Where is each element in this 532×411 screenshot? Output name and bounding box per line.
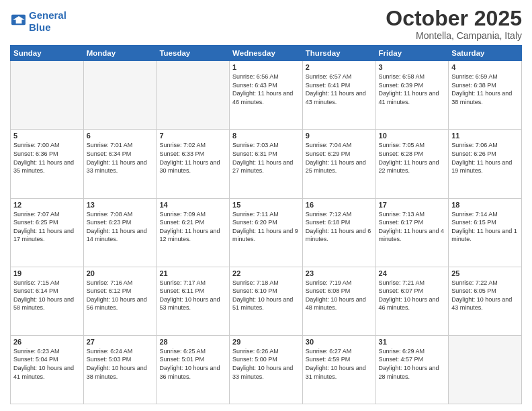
day-number: 15	[232, 201, 300, 209]
day-info: Sunrise: 7:06 AM Sunset: 6:26 PM Dayligh…	[451, 141, 519, 175]
calendar-cell: 24Sunrise: 7:21 AM Sunset: 6:07 PM Dayli…	[375, 267, 449, 335]
day-number: 6	[87, 132, 154, 140]
calendar-week-1: 1Sunrise: 6:56 AM Sunset: 6:43 PM Daylig…	[11, 61, 522, 130]
day-number: 31	[379, 338, 446, 346]
day-info: Sunrise: 7:03 AM Sunset: 6:31 PM Dayligh…	[232, 141, 300, 175]
header: General Blue October 2025 Montella, Camp…	[10, 7, 522, 41]
day-info: Sunrise: 6:26 AM Sunset: 5:00 PM Dayligh…	[232, 347, 300, 381]
day-number: 16	[306, 201, 373, 209]
day-number: 20	[87, 269, 154, 277]
day-info: Sunrise: 7:09 AM Sunset: 6:21 PM Dayligh…	[159, 210, 226, 244]
day-number: 7	[159, 132, 226, 140]
day-number: 12	[13, 201, 81, 209]
calendar-cell: 7Sunrise: 7:02 AM Sunset: 6:33 PM Daylig…	[157, 130, 230, 198]
day-number: 25	[451, 269, 519, 277]
calendar-cell: 31Sunrise: 6:29 AM Sunset: 4:57 PM Dayli…	[375, 335, 449, 404]
logo: General Blue	[10, 9, 66, 34]
calendar-cell	[83, 61, 157, 130]
calendar-cell: 15Sunrise: 7:11 AM Sunset: 6:20 PM Dayli…	[230, 198, 303, 267]
day-info: Sunrise: 7:07 AM Sunset: 6:25 PM Dayligh…	[13, 210, 81, 244]
day-number: 18	[451, 201, 519, 209]
day-number: 5	[13, 132, 81, 140]
day-number: 8	[232, 132, 300, 140]
day-info: Sunrise: 7:04 AM Sunset: 6:29 PM Dayligh…	[306, 141, 373, 175]
day-info: Sunrise: 7:18 AM Sunset: 6:10 PM Dayligh…	[232, 279, 300, 312]
day-info: Sunrise: 6:29 AM Sunset: 4:57 PM Dayligh…	[379, 347, 446, 381]
calendar-cell: 2Sunrise: 6:57 AM Sunset: 6:41 PM Daylig…	[302, 61, 375, 130]
calendar-cell: 26Sunrise: 6:23 AM Sunset: 5:04 PM Dayli…	[11, 335, 84, 404]
day-info: Sunrise: 7:02 AM Sunset: 6:33 PM Dayligh…	[159, 141, 226, 175]
calendar-cell: 9Sunrise: 7:04 AM Sunset: 6:29 PM Daylig…	[302, 130, 375, 198]
calendar-week-2: 5Sunrise: 7:00 AM Sunset: 6:36 PM Daylig…	[11, 130, 522, 198]
day-info: Sunrise: 6:59 AM Sunset: 6:38 PM Dayligh…	[451, 73, 519, 106]
calendar-header-row: Sunday Monday Tuesday Wednesday Thursday…	[11, 46, 522, 61]
logo-blue: Blue	[29, 21, 66, 34]
calendar-cell: 29Sunrise: 6:26 AM Sunset: 5:00 PM Dayli…	[230, 335, 303, 404]
day-number: 14	[159, 201, 226, 209]
calendar-cell: 5Sunrise: 7:00 AM Sunset: 6:36 PM Daylig…	[11, 130, 84, 198]
calendar-cell: 11Sunrise: 7:06 AM Sunset: 6:26 PM Dayli…	[449, 130, 522, 198]
calendar-cell: 18Sunrise: 7:14 AM Sunset: 6:15 PM Dayli…	[449, 198, 522, 267]
day-info: Sunrise: 6:57 AM Sunset: 6:41 PM Dayligh…	[306, 73, 373, 106]
day-info: Sunrise: 7:13 AM Sunset: 6:17 PM Dayligh…	[379, 210, 446, 244]
day-info: Sunrise: 7:16 AM Sunset: 6:12 PM Dayligh…	[87, 279, 154, 312]
day-info: Sunrise: 7:01 AM Sunset: 6:34 PM Dayligh…	[87, 141, 154, 175]
logo-icon	[11, 13, 26, 28]
header-saturday: Saturday	[449, 46, 522, 61]
day-number: 17	[379, 201, 446, 209]
day-info: Sunrise: 6:25 AM Sunset: 5:01 PM Dayligh…	[159, 347, 226, 381]
day-info: Sunrise: 7:08 AM Sunset: 6:23 PM Dayligh…	[87, 210, 154, 244]
calendar-cell: 12Sunrise: 7:07 AM Sunset: 6:25 PM Dayli…	[11, 198, 84, 267]
header-monday: Monday	[83, 46, 157, 61]
day-number: 4	[451, 63, 519, 71]
day-info: Sunrise: 7:05 AM Sunset: 6:28 PM Dayligh…	[379, 141, 446, 175]
day-number: 10	[379, 132, 446, 140]
calendar-week-3: 12Sunrise: 7:07 AM Sunset: 6:25 PM Dayli…	[11, 198, 522, 267]
calendar-cell: 28Sunrise: 6:25 AM Sunset: 5:01 PM Dayli…	[157, 335, 230, 404]
day-number: 13	[87, 201, 154, 209]
day-number: 24	[379, 269, 446, 277]
calendar-cell: 6Sunrise: 7:01 AM Sunset: 6:34 PM Daylig…	[83, 130, 157, 198]
day-number: 29	[232, 338, 300, 346]
calendar-cell: 14Sunrise: 7:09 AM Sunset: 6:21 PM Dayli…	[157, 198, 230, 267]
calendar-cell: 4Sunrise: 6:59 AM Sunset: 6:38 PM Daylig…	[449, 61, 522, 130]
day-number: 19	[13, 269, 81, 277]
day-info: Sunrise: 7:11 AM Sunset: 6:20 PM Dayligh…	[232, 210, 300, 244]
day-info: Sunrise: 7:12 AM Sunset: 6:18 PM Dayligh…	[306, 210, 373, 244]
calendar-title: October 2025	[386, 7, 522, 30]
calendar-cell: 17Sunrise: 7:13 AM Sunset: 6:17 PM Dayli…	[375, 198, 449, 267]
calendar-cell: 27Sunrise: 6:24 AM Sunset: 5:03 PM Dayli…	[83, 335, 157, 404]
header-tuesday: Tuesday	[157, 46, 230, 61]
calendar-cell: 25Sunrise: 7:22 AM Sunset: 6:05 PM Dayli…	[449, 267, 522, 335]
day-number: 23	[306, 269, 373, 277]
header-sunday: Sunday	[11, 46, 84, 61]
day-number: 9	[306, 132, 373, 140]
day-number: 11	[451, 132, 519, 140]
header-wednesday: Wednesday	[230, 46, 303, 61]
calendar-week-4: 19Sunrise: 7:15 AM Sunset: 6:14 PM Dayli…	[11, 267, 522, 335]
calendar-cell: 3Sunrise: 6:58 AM Sunset: 6:39 PM Daylig…	[375, 61, 449, 130]
calendar-cell: 16Sunrise: 7:12 AM Sunset: 6:18 PM Dayli…	[302, 198, 375, 267]
day-number: 1	[232, 63, 300, 71]
day-info: Sunrise: 6:27 AM Sunset: 4:59 PM Dayligh…	[306, 347, 373, 381]
header-friday: Friday	[375, 46, 449, 61]
day-number: 22	[232, 269, 300, 277]
calendar-cell: 19Sunrise: 7:15 AM Sunset: 6:14 PM Dayli…	[11, 267, 84, 335]
day-info: Sunrise: 7:19 AM Sunset: 6:08 PM Dayligh…	[306, 279, 373, 312]
logo-text: General Blue	[29, 9, 66, 34]
calendar-cell: 10Sunrise: 7:05 AM Sunset: 6:28 PM Dayli…	[375, 130, 449, 198]
day-info: Sunrise: 6:24 AM Sunset: 5:03 PM Dayligh…	[87, 347, 154, 381]
calendar-cell: 8Sunrise: 7:03 AM Sunset: 6:31 PM Daylig…	[230, 130, 303, 198]
day-info: Sunrise: 6:58 AM Sunset: 6:39 PM Dayligh…	[379, 73, 446, 106]
day-number: 3	[379, 63, 446, 71]
title-block: October 2025 Montella, Campania, Italy	[386, 7, 522, 41]
day-info: Sunrise: 7:00 AM Sunset: 6:36 PM Dayligh…	[13, 141, 81, 175]
day-number: 26	[13, 338, 81, 346]
calendar-subtitle: Montella, Campania, Italy	[386, 30, 522, 41]
calendar-cell: 20Sunrise: 7:16 AM Sunset: 6:12 PM Dayli…	[83, 267, 157, 335]
calendar-cell: 1Sunrise: 6:56 AM Sunset: 6:43 PM Daylig…	[230, 61, 303, 130]
day-info: Sunrise: 6:56 AM Sunset: 6:43 PM Dayligh…	[232, 73, 300, 106]
page: General Blue October 2025 Montella, Camp…	[0, 0, 532, 411]
day-number: 30	[306, 338, 373, 346]
day-info: Sunrise: 7:14 AM Sunset: 6:15 PM Dayligh…	[451, 210, 519, 244]
